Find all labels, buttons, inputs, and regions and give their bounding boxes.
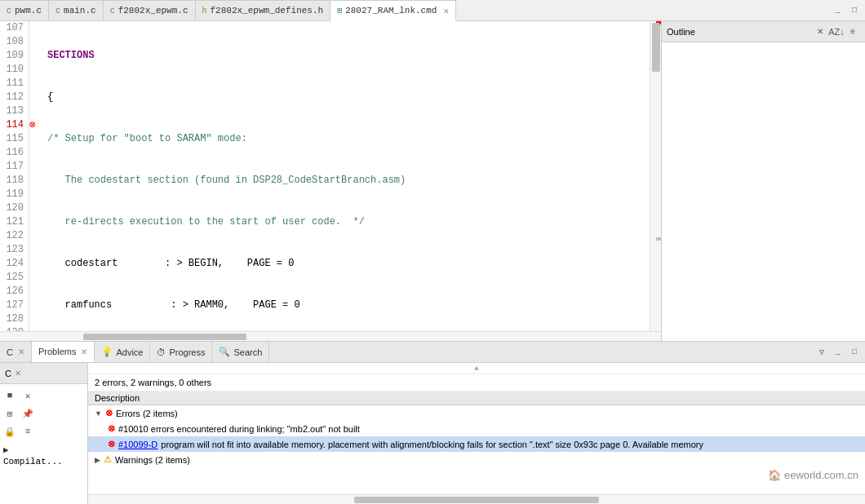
console-toolbar-row2: ⊞ 📌 <box>2 405 86 422</box>
description-column-header: Description <box>95 393 140 403</box>
outline-controls: ✕ AZ↓ ≡ <box>813 24 860 39</box>
code-area[interactable]: SECTIONS { /* Setup for "boot to SARAM" … <box>42 21 650 331</box>
problem-item-err2[interactable]: ⊗ #10099-D program will not fit into ava… <box>88 436 865 452</box>
tab-advice[interactable]: 💡 Advice <box>95 342 150 362</box>
c-console-label: C <box>7 347 13 357</box>
problems-horizontal-scrollbar[interactable] <box>88 494 865 504</box>
errors-group-header[interactable]: ▼ ⊗ Errors (2 items) <box>88 405 865 421</box>
code-line-107: SECTIONS <box>47 49 650 63</box>
lock-button[interactable]: 🔒 <box>2 423 18 440</box>
errors-group: ▼ ⊗ Errors (2 items) ⊗ #10010 errors enc… <box>88 405 865 452</box>
c-file-icon: c <box>110 7 115 15</box>
cmd-file-icon: ⊞ <box>337 6 342 15</box>
errors-group-label: Errors (2 items) <box>116 409 178 418</box>
bottom-panel-maximize-button[interactable]: □ <box>847 345 862 360</box>
problems-list: ▼ ⊗ Errors (2 items) ⊗ #10010 errors enc… <box>88 405 865 494</box>
warnings-group-label: Warnings (2 items) <box>115 455 190 465</box>
outline-header: Outline ✕ AZ↓ ≡ <box>662 21 865 42</box>
tab-pwm-c[interactable]: c pwm.c <box>0 0 49 20</box>
c-console-close-button[interactable]: ✕ <box>18 347 24 356</box>
advice-tab-label: Advice <box>116 347 143 357</box>
remove-button[interactable]: ✕ <box>20 387 36 404</box>
tab-label: f2802x_epwm.c <box>118 6 189 15</box>
editor-pane: 107108109110111 112113114115 11611711811… <box>0 21 661 341</box>
watermark: 🏠 eeworld.com.cn <box>768 469 858 481</box>
maximize-editor-button[interactable]: □ <box>847 3 862 18</box>
tab-f2802x-epwm-defines-h[interactable]: h f2802x_epwm_defines.h <box>196 0 331 20</box>
problem-item-err1[interactable]: ⊗ #10010 errors encountered during linki… <box>88 421 865 436</box>
tab-f2802x-epwm-c[interactable]: c f2802x_epwm.c <box>104 0 196 20</box>
progress-icon: ⏱ <box>157 347 166 357</box>
outline-panel: Outline ✕ AZ↓ ≡ <box>661 21 865 341</box>
expand-arrow[interactable]: ▲ <box>88 363 865 374</box>
tab-close-button[interactable]: ✕ <box>443 6 449 16</box>
code-line-108: { <box>47 91 650 104</box>
h-scroll-thumb[interactable] <box>83 334 246 340</box>
outline-close-button[interactable]: ✕ <box>813 24 827 39</box>
console-toolbar-row1: ■ ✕ <box>2 387 86 404</box>
warnings-group: ▶ ⚠ Warnings (2 items) <box>88 452 865 467</box>
editor-horizontal-scrollbar[interactable] <box>0 331 661 341</box>
console-toolbar-row3: 🔒 ≡ <box>2 423 86 440</box>
scroll-lock-button[interactable]: ≡ <box>20 423 36 440</box>
console-output-label: Compilat... <box>3 457 84 466</box>
problems-scroll-thumb[interactable] <box>354 497 599 503</box>
pin-button[interactable]: 📌 <box>20 405 36 422</box>
bottom-panel-minimize-button[interactable]: _ <box>831 345 845 360</box>
expand-up-icon: ▲ <box>474 365 478 373</box>
warning-group-icon: ⚠ <box>104 454 112 465</box>
outline-content <box>662 42 865 341</box>
tab-progress[interactable]: ⏱ Progress <box>150 342 212 362</box>
watermark-site: eeworld.com.cn <box>784 469 858 481</box>
editor-content[interactable]: 107108109110111 112113114115 11611711811… <box>0 21 661 331</box>
editor-tab-bar: c pwm.c c main.c c f2802x_epwm.c h f2802… <box>0 0 865 21</box>
tab-label: pwm.c <box>15 6 42 15</box>
problems-tab-close-button[interactable]: ✕ <box>81 347 87 356</box>
bottom-panel: C ✕ Problems ✕ 💡 Advice ⏱ Progress 🔍 Sea… <box>0 341 865 504</box>
bottom-panel-menu-button[interactable]: ▽ <box>814 345 829 360</box>
tab-label: main.c <box>64 6 96 15</box>
outline-sort-custom-button[interactable]: ≡ <box>845 24 860 39</box>
error-item-text-2: program will not fit into available memo… <box>161 440 703 449</box>
problems-summary-text: 2 errors, 2 warnings, 0 others <box>95 378 211 387</box>
outline-sort-az-button[interactable]: AZ↓ <box>829 24 844 39</box>
h-file-icon: h <box>202 7 207 15</box>
code-line-111: re-directs execution to the start of use… <box>47 215 650 229</box>
c-console-header-label: C <box>5 369 11 378</box>
console-output-text: ▶ Compilat... <box>0 443 87 504</box>
tab-label: 28027_RAM_lnk.cmd <box>345 6 437 15</box>
console-toolbar: ■ ✕ ⊞ 📌 🔒 ≡ <box>0 384 87 443</box>
tab-problems[interactable]: Problems ✕ <box>32 342 95 362</box>
error-item-link-2[interactable]: #10099-D <box>118 440 157 449</box>
problems-panel: ▲ 2 errors, 2 warnings, 0 others Descrip… <box>88 363 865 504</box>
tab-main-c[interactable]: c main.c <box>49 0 104 20</box>
code-line-113: ramfuncs : > RAMM0, PAGE = 0 <box>47 298 650 312</box>
terminate-button[interactable]: ■ <box>2 387 18 404</box>
minimize-editor-button[interactable]: _ <box>831 3 845 18</box>
tab-c-console[interactable]: C ✕ <box>0 342 32 362</box>
lightbulb-icon: 💡 <box>101 347 113 357</box>
problems-summary: 2 errors, 2 warnings, 0 others <box>88 374 865 391</box>
code-line-110: The codestart section (found in DSP28_Co… <box>47 174 650 188</box>
tab-28027-ram-lnk-cmd[interactable]: ⊞ 28027_RAM_lnk.cmd ✕ <box>330 0 456 21</box>
bottom-content: C ✕ ■ ✕ ⊞ 📌 🔒 ≡ <box>0 363 865 504</box>
editor-scrollbar[interactable] <box>650 21 661 331</box>
search-tab-label: Search <box>233 347 262 357</box>
line-numbers: 107108109110111 112113114115 11611711811… <box>0 21 29 331</box>
scroll-position-marker <box>656 237 661 241</box>
error-marker-icon: ⊗ <box>29 118 36 132</box>
error-markers: ⊗ <box>29 21 42 331</box>
tab-search[interactable]: 🔍 Search <box>212 342 269 362</box>
warnings-expand-icon: ▶ <box>95 456 100 464</box>
bottom-tab-bar: C ✕ Problems ✕ 💡 Advice ⏱ Progress 🔍 Sea… <box>0 342 865 363</box>
error-item-text-1: #10010 errors encountered during linking… <box>118 424 360 434</box>
new-console-button[interactable]: ⊞ <box>2 405 18 422</box>
code-line-112: codestart : > BEGIN, PAGE = 0 <box>47 257 650 271</box>
warnings-group-header[interactable]: ▶ ⚠ Warnings (2 items) <box>88 452 865 467</box>
bottom-left-close-button[interactable]: ✕ <box>15 369 21 378</box>
progress-tab-label: Progress <box>169 347 205 357</box>
scroll-thumb[interactable] <box>652 23 660 72</box>
c-file-icon: c <box>7 7 11 15</box>
tab-label: f2802x_epwm_defines.h <box>211 6 324 15</box>
error-item-icon-1: ⊗ <box>108 423 115 434</box>
